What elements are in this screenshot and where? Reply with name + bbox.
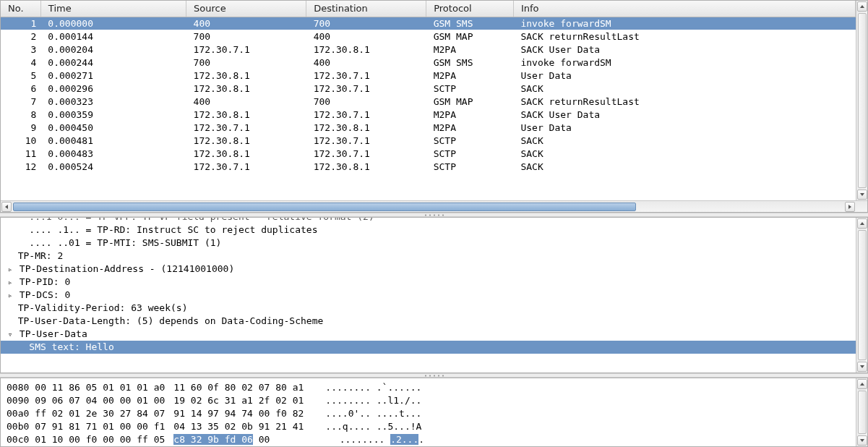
hex-offset: 0090 xyxy=(7,395,29,406)
tree-item-text: SMS text: Hello xyxy=(29,341,113,352)
cell-dst: 172.30.8.1 xyxy=(306,160,426,173)
packet-list-horizontal-scrollbar[interactable] xyxy=(1,200,867,212)
tree-item-text: TP-DCS: 0 xyxy=(20,289,70,300)
tree-item-text: TP-MR: 2 xyxy=(18,250,64,261)
cell-no: 3 xyxy=(1,43,40,56)
packet-row[interactable]: 50.000271172.30.8.1172.30.7.1M2PAUser Da… xyxy=(1,69,856,82)
cell-time: 0.000296 xyxy=(40,82,186,95)
packet-row[interactable]: 10.000000400700GSM SMSinvoke forwardSM xyxy=(1,17,856,30)
cell-info: User Data xyxy=(513,69,855,82)
column-header[interactable]: No. xyxy=(1,1,40,17)
tree-item-text: .... ..01 = TP-MTI: SMS-SUBMIT (1) xyxy=(29,237,221,248)
hex-ascii: ........ ..l1./.. xyxy=(325,395,421,406)
scroll-down-arrow-icon[interactable] xyxy=(857,362,867,372)
scroll-down-arrow-icon[interactable] xyxy=(857,190,867,200)
scrollbar-thumb[interactable] xyxy=(858,230,867,360)
tree-expander-icon[interactable]: ▿ xyxy=(7,328,14,341)
cell-time: 0.000244 xyxy=(40,56,186,69)
scroll-up-arrow-icon[interactable] xyxy=(857,379,867,389)
packet-table-area[interactable]: No.TimeSourceDestinationProtocolInfo 10.… xyxy=(1,1,856,200)
tree-item-text: TP-User-Data xyxy=(20,328,87,339)
hex-row[interactable]: 00c001 10 00 f0 00 00 ff 05c8 32 9b fd 0… xyxy=(7,433,850,446)
cell-no: 7 xyxy=(1,95,40,108)
packet-row[interactable]: 70.000323400700GSM MAPSACK returnResultL… xyxy=(1,95,856,108)
tree-item-text: TP-PID: 0 xyxy=(20,276,70,287)
details-tree[interactable]: ...1 0... = TP-VPF: TP-VP field present … xyxy=(1,218,856,372)
packet-table-header-row: No.TimeSourceDestinationProtocolInfo xyxy=(1,1,856,17)
tree-item[interactable]: SMS text: Hello xyxy=(1,341,856,354)
column-header[interactable]: Protocol xyxy=(426,1,514,17)
scrollbar-track[interactable] xyxy=(13,203,843,211)
cell-dst: 172.30.7.1 xyxy=(306,147,426,160)
cell-time: 0.000483 xyxy=(40,147,186,160)
tree-item[interactable]: TP-Validity-Period: 63 week(s) xyxy=(1,302,856,315)
packet-table: No.TimeSourceDestinationProtocolInfo 10.… xyxy=(1,1,856,173)
hex-bytes-group1: 09 06 07 04 00 00 01 00 xyxy=(35,395,165,406)
hex-offset: 00b0 xyxy=(7,421,29,432)
column-header[interactable]: Time xyxy=(40,1,186,17)
scroll-down-arrow-icon[interactable] xyxy=(857,435,867,446)
tree-item[interactable]: TP-MR: 2 xyxy=(1,250,856,263)
hex-bytes-group2: 11 60 0f 80 02 07 80 a1 xyxy=(173,382,304,393)
column-header[interactable]: Source xyxy=(186,1,306,17)
packet-row[interactable]: 120.000524172.30.7.1172.30.8.1SCTPSACK xyxy=(1,160,856,173)
scrollbar-thumb[interactable] xyxy=(858,13,867,188)
packet-bytes-pane: 008000 11 86 05 01 01 01 a011 60 0f 80 0… xyxy=(0,378,868,447)
tree-item[interactable]: .... .1.. = TP-RD: Instruct SC to reject… xyxy=(1,224,856,237)
packet-row[interactable]: 30.000204172.30.7.1172.30.8.1M2PASACK Us… xyxy=(1,43,856,56)
tree-expander-icon[interactable]: ▹ xyxy=(7,276,14,289)
hex-vertical-scrollbar[interactable] xyxy=(856,378,867,446)
hex-ascii: ....0'.. ....t... xyxy=(325,408,421,419)
tree-item[interactable]: .... ..01 = TP-MTI: SMS-SUBMIT (1) xyxy=(1,237,856,250)
scroll-up-arrow-icon[interactable] xyxy=(857,1,867,12)
cell-no: 6 xyxy=(1,82,40,95)
hex-ascii-highlighted: .2... xyxy=(390,434,418,445)
tree-item-text: TP-User-Data-Length: (5) depends on Data… xyxy=(18,315,324,326)
column-header[interactable]: Info xyxy=(513,1,855,17)
packet-row[interactable]: 40.000244700400GSM SMSinvoke forwardSM xyxy=(1,56,856,69)
tree-item-expandable[interactable]: ▹ TP-DCS: 0 xyxy=(1,289,856,302)
scrollbar-thumb[interactable] xyxy=(13,203,636,211)
cell-info: SACK returnResultLast xyxy=(513,30,855,43)
hex-dump[interactable]: 008000 11 86 05 01 01 01 a011 60 0f 80 0… xyxy=(1,378,856,446)
cell-dst: 172.30.7.1 xyxy=(306,82,426,95)
details-vertical-scrollbar[interactable] xyxy=(856,218,867,372)
cell-proto: SCTP xyxy=(426,160,514,173)
scroll-up-arrow-icon[interactable] xyxy=(857,218,867,229)
cell-no: 10 xyxy=(1,134,40,147)
cell-time: 0.000359 xyxy=(40,108,186,121)
packet-row[interactable]: 110.000483172.30.8.1172.30.7.1SCTPSACK xyxy=(1,147,856,160)
tree-item-expandable[interactable]: ▹ TP-PID: 0 xyxy=(1,276,856,289)
cell-time: 0.000271 xyxy=(40,69,186,82)
tree-item[interactable]: TP-User-Data-Length: (5) depends on Data… xyxy=(1,315,856,328)
tree-item[interactable]: ...1 0... = TP-VPF: TP-VP field present … xyxy=(1,218,856,224)
cell-proto: M2PA xyxy=(426,108,514,121)
cell-no: 11 xyxy=(1,147,40,160)
hex-row[interactable]: 009009 06 07 04 00 00 01 0019 02 6c 31 a… xyxy=(7,394,850,407)
tree-expander-icon[interactable]: ▹ xyxy=(7,289,14,302)
packet-row[interactable]: 60.000296172.30.8.1172.30.7.1SCTPSACK xyxy=(1,82,856,95)
column-header[interactable]: Destination xyxy=(306,1,426,17)
packet-row[interactable]: 20.000144700400GSM MAPSACK returnResultL… xyxy=(1,30,856,43)
packet-row[interactable]: 80.000359172.30.8.1172.30.7.1M2PASACK Us… xyxy=(1,108,856,121)
packet-row[interactable]: 100.000481172.30.8.1172.30.7.1SCTPSACK xyxy=(1,134,856,147)
hex-row[interactable]: 008000 11 86 05 01 01 01 a011 60 0f 80 0… xyxy=(7,381,850,394)
packet-row[interactable]: 90.000450172.30.7.1172.30.8.1M2PAUser Da… xyxy=(1,121,856,134)
tree-item-expandable[interactable]: ▿ TP-User-Data xyxy=(1,328,856,341)
cell-src: 700 xyxy=(186,56,306,69)
hex-row[interactable]: 00b007 91 81 71 01 00 00 f104 13 35 02 0… xyxy=(7,420,850,433)
scroll-left-arrow-icon[interactable] xyxy=(1,202,12,212)
tree-item-text: ...1 0... = TP-VPF: TP-VP field present … xyxy=(29,218,374,222)
cell-proto: M2PA xyxy=(426,43,514,56)
hex-bytes-group1: 00 11 86 05 01 01 01 a0 xyxy=(35,382,165,393)
tree-item-expandable[interactable]: ▹ TP-Destination-Address - (12141001000) xyxy=(1,263,856,276)
scroll-right-arrow-icon[interactable] xyxy=(845,202,855,212)
packet-list-vertical-scrollbar[interactable] xyxy=(856,1,867,200)
scrollbar-thumb[interactable] xyxy=(858,391,867,434)
tree-expander-icon[interactable]: ▹ xyxy=(7,263,14,276)
hex-row[interactable]: 00a0ff 02 01 2e 30 27 84 0791 14 97 94 7… xyxy=(7,407,850,420)
hex-bytes-group2: 91 14 97 94 74 00 f0 82 xyxy=(173,408,304,419)
cell-no: 8 xyxy=(1,108,40,121)
hex-bytes-group1: 01 10 00 f0 00 00 ff 05 xyxy=(35,434,165,445)
cell-proto: GSM SMS xyxy=(426,56,514,69)
